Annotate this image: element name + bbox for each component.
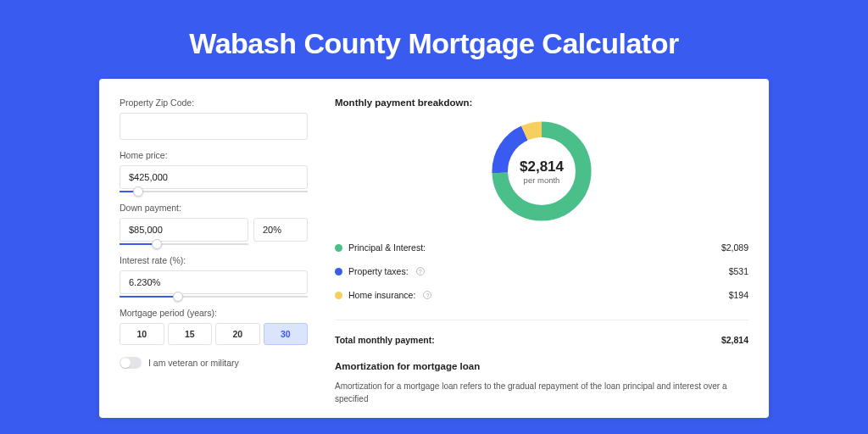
page-title: Wabash County Mortgage Calculator	[0, 0, 868, 79]
donut-amount: $2,814	[520, 159, 564, 175]
info-icon[interactable]: ?	[416, 267, 425, 275]
info-icon[interactable]: ?	[423, 291, 431, 299]
total-value: $2,814	[721, 335, 748, 345]
amortization-title: Amortization for mortgage loan	[335, 361, 748, 371]
period-btn-15[interactable]: 15	[168, 323, 213, 345]
legend-value: $531	[729, 266, 748, 276]
dot-icon	[335, 268, 342, 275]
legend-row-taxes: Property taxes: ? $531	[335, 264, 748, 279]
legend-row-principal: Principal & Interest: $2,089	[335, 240, 748, 255]
interest-label: Interest rate (%):	[120, 255, 308, 265]
dot-icon	[335, 292, 342, 299]
home-price-slider[interactable]	[120, 191, 308, 192]
legend-row-insurance: Home insurance: ? $194	[335, 287, 748, 303]
legend-label: Principal & Interest:	[348, 242, 426, 253]
legend-label: Property taxes:	[348, 266, 409, 276]
veteran-toggle[interactable]	[120, 357, 142, 369]
veteran-label: I am veteran or military	[148, 358, 239, 368]
legend-row-total: Total monthly payment: $2,814	[335, 332, 748, 348]
breakdown-title: Monthly payment breakdown:	[335, 97, 748, 108]
breakdown-donut-chart: $2,814 per month	[487, 116, 597, 226]
period-label: Mortgage period (years):	[120, 308, 308, 318]
down-payment-input[interactable]	[120, 218, 248, 242]
home-price-input[interactable]	[120, 165, 308, 189]
breakdown-panel: Monthly payment breakdown: $2,814 per mo…	[320, 82, 769, 418]
amortization-text: Amortization for a mortgage loan refers …	[335, 380, 748, 405]
divider	[335, 320, 748, 320]
donut-sub: per month	[524, 175, 560, 185]
zip-input[interactable]	[120, 113, 308, 140]
down-payment-pct-input[interactable]	[253, 218, 308, 242]
period-button-group: 10 15 20 30	[120, 323, 308, 345]
legend-label: Home insurance:	[348, 290, 415, 300]
period-btn-20[interactable]: 20	[215, 323, 260, 345]
period-btn-10[interactable]: 10	[120, 323, 164, 345]
form-panel: Property Zip Code: Home price: Down paym…	[99, 82, 320, 418]
calculator-card: Property Zip Code: Home price: Down paym…	[99, 79, 769, 418]
period-btn-30[interactable]: 30	[264, 323, 309, 345]
interest-input[interactable]	[120, 270, 308, 294]
down-payment-label: Down payment:	[120, 203, 308, 213]
interest-slider[interactable]	[120, 296, 308, 298]
legend-value: $194	[729, 290, 748, 300]
home-price-label: Home price:	[120, 150, 308, 160]
dot-icon	[335, 244, 342, 252]
legend-value: $2,089	[721, 242, 748, 253]
down-payment-slider[interactable]	[120, 243, 248, 245]
total-label: Total monthly payment:	[335, 335, 435, 345]
zip-label: Property Zip Code:	[120, 97, 308, 108]
